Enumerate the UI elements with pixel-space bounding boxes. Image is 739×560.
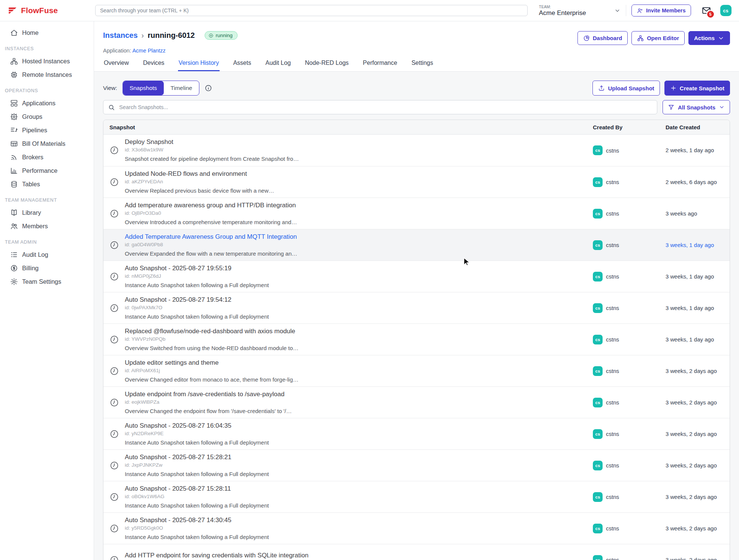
snapshot-title[interactable]: Auto Snapshot - 2025-08-27 16:04:35 (125, 422, 269, 430)
tab-assets[interactable]: Assets (232, 60, 252, 71)
tab-node-red-logs[interactable]: Node-RED Logs (304, 60, 350, 71)
snapshot-description: Overview Expanded the flow with a new te… (125, 250, 297, 258)
sidebar-item-library[interactable]: Library (0, 206, 94, 219)
snapshot-search (103, 100, 657, 114)
view-option-timeline[interactable]: Timeline (164, 81, 199, 95)
creator-name: cstns (606, 368, 619, 374)
snapshot-title[interactable]: Deploy Snapshot (125, 138, 299, 146)
create-snapshot-button[interactable]: Create Snapshot (664, 81, 730, 96)
funnel-icon (668, 104, 675, 111)
snapshot-title[interactable]: Add temperature awareness group and HTTP… (125, 201, 297, 209)
plus-icon (670, 85, 677, 91)
snapshot-creator: cs cstns (593, 429, 666, 439)
snapshot-title[interactable]: Auto Snapshot - 2025-08-27 14:30:45 (125, 516, 269, 524)
snapshot-title[interactable]: Add HTTP endpoint for saving credentials… (125, 551, 308, 559)
snapshot-title[interactable]: Auto Snapshot - 2025-08-27 15:28:21 (125, 453, 269, 461)
sidebar-item-pipelines[interactable]: Pipelines (0, 123, 94, 137)
snapshot-date: 3 weeks, 1 day ago (666, 336, 714, 343)
table-row[interactable]: Replaced @flowfuse/node-red-dashboard wi… (103, 323, 730, 355)
table-row[interactable]: Auto Snapshot - 2025-08-27 19:54:12 id: … (103, 292, 730, 323)
info-icon[interactable] (205, 84, 212, 92)
sidebar-item-applications[interactable]: Applications (0, 96, 94, 110)
sidebar-item-hosted-instances[interactable]: Hosted Instances (0, 54, 94, 68)
snapshot-title[interactable]: Auto Snapshot - 2025-08-27 19:55:19 (125, 264, 269, 272)
table-row[interactable]: Add HTTP endpoint for saving credentials… (103, 544, 730, 560)
snapshot-id: id: ga0D4W0Pb8 (125, 241, 297, 248)
team-label: TEAM: (539, 4, 586, 9)
snapshot-id: id: YWVPzN0PQb (125, 336, 299, 343)
table-row[interactable]: Auto Snapshot - 2025-08-27 14:30:45 id: … (103, 512, 730, 544)
snapshot-date: 3 weeks, 2 days ago (666, 462, 717, 469)
table-row[interactable]: Add temperature awareness group and HTTP… (103, 198, 730, 229)
team-selector[interactable]: TEAM: Acme Enterprise (539, 4, 621, 17)
application-line: Application: Acme Plantzz (103, 48, 730, 54)
table-row[interactable]: Update editor settings and theme id: AlR… (103, 355, 730, 386)
sidebar-section-team-management: TEAM MANAGEMENT (0, 198, 94, 203)
invite-members-button[interactable]: Invite Members (631, 4, 691, 16)
sidebar-item-bill-of-materials[interactable]: Bill Of Materials (0, 137, 94, 150)
application-link[interactable]: Acme Plantzz (132, 48, 166, 54)
table-row[interactable]: Update endpoint from /save-credentials t… (103, 386, 730, 418)
creator-name: cstns (606, 494, 619, 500)
dashboard-button[interactable]: Dashboard (577, 31, 628, 45)
table-row[interactable]: Auto Snapshot - 2025-08-27 15:28:21 id: … (103, 449, 730, 481)
sidebar-item-team-settings[interactable]: Team Settings (0, 275, 94, 288)
clock-icon (109, 366, 119, 376)
sidebar-item-groups[interactable]: Groups (0, 110, 94, 123)
open-editor-button[interactable]: Open Editor (631, 31, 685, 45)
sidebar-item-performance[interactable]: Performance (0, 164, 94, 177)
tab-overview[interactable]: Overview (103, 60, 130, 71)
sidebar-item-home[interactable]: Home (0, 26, 94, 39)
table-row[interactable]: Auto Snapshot - 2025-08-27 19:55:19 id: … (103, 261, 730, 292)
upload-snapshot-button[interactable]: Upload Snapshot (592, 81, 660, 96)
sidebar-item-brokers[interactable]: Brokers (0, 150, 94, 164)
tab-settings[interactable]: Settings (411, 60, 434, 71)
bill-of-materials-icon (10, 140, 18, 148)
tab-performance[interactable]: Performance (362, 60, 398, 71)
snapshot-search-input[interactable] (118, 104, 652, 111)
column-header-created-by: Created By (593, 124, 666, 130)
flowfuse-logo[interactable]: FlowFuse (7, 6, 95, 16)
table-row[interactable]: Added Temperature Awareness Group and MQ… (103, 229, 730, 261)
clock-icon (109, 398, 119, 407)
tab-bar: OverviewDevicesVersion HistoryAssetsAudi… (103, 60, 730, 71)
creator-avatar: cs (593, 492, 603, 502)
sidebar-item-billing[interactable]: Billing (0, 261, 94, 275)
breadcrumb-instances-link[interactable]: Instances (103, 31, 138, 40)
table-row[interactable]: Deploy Snapshot id: X3o6Bw1k9W Snapshot … (103, 135, 730, 166)
notifications-button[interactable]: 5 (702, 6, 711, 15)
snapshot-date: 3 weeks, 2 days ago (666, 557, 717, 560)
sidebar-section-operations: OPERATIONS (0, 88, 94, 93)
snapshot-title[interactable]: Auto Snapshot - 2025-08-27 19:54:12 (125, 296, 269, 304)
snapshot-title[interactable]: Update editor settings and theme (125, 359, 299, 367)
table-row[interactable]: Auto Snapshot - 2025-08-27 15:28:11 id: … (103, 481, 730, 512)
sidebar-item-label: Bill Of Materials (22, 140, 66, 147)
groups-icon (10, 113, 18, 121)
snapshot-title[interactable]: Replaced @flowfuse/node-red-dashboard wi… (125, 327, 299, 335)
snapshot-creator: cs cstns (593, 398, 666, 407)
snapshot-title[interactable]: Update endpoint from /save-credentials t… (125, 390, 292, 398)
clock-icon (109, 555, 119, 560)
main-panel: View: SnapshotsTimeline Upload Snapshot … (94, 72, 739, 560)
user-avatar[interactable]: cs (720, 5, 732, 16)
snapshot-creator: cs cstns (593, 177, 666, 187)
table-row[interactable]: Updated Node-RED flows and environment i… (103, 166, 730, 198)
snapshot-title[interactable]: Auto Snapshot - 2025-08-27 15:28:11 (125, 485, 269, 493)
sidebar-item-remote-instances[interactable]: Remote Instances (0, 68, 94, 81)
actions-button[interactable]: Actions (688, 31, 730, 45)
view-option-snapshots[interactable]: Snapshots (123, 81, 164, 95)
search-icon (108, 104, 115, 111)
sidebar-item-tables[interactable]: Tables (0, 177, 94, 191)
tab-version-history[interactable]: Version History (178, 60, 220, 71)
sidebar-section-instances: INSTANCES (0, 46, 94, 51)
snapshot-title[interactable]: Added Temperature Awareness Group and MQ… (125, 233, 297, 241)
sidebar-item-audit-log[interactable]: Audit Log (0, 248, 94, 261)
sidebar-item-members[interactable]: Members (0, 219, 94, 233)
tab-audit-log[interactable]: Audit Log (265, 60, 292, 71)
snapshot-title[interactable]: Updated Node-RED flows and environment (125, 170, 274, 178)
tab-devices[interactable]: Devices (142, 60, 165, 71)
table-row[interactable]: Auto Snapshot - 2025-08-27 16:04:35 id: … (103, 418, 730, 449)
snapshot-filter-dropdown[interactable]: All Snapshots (663, 100, 730, 114)
pie-chart-icon (583, 35, 590, 42)
team-search-input[interactable] (95, 5, 528, 16)
